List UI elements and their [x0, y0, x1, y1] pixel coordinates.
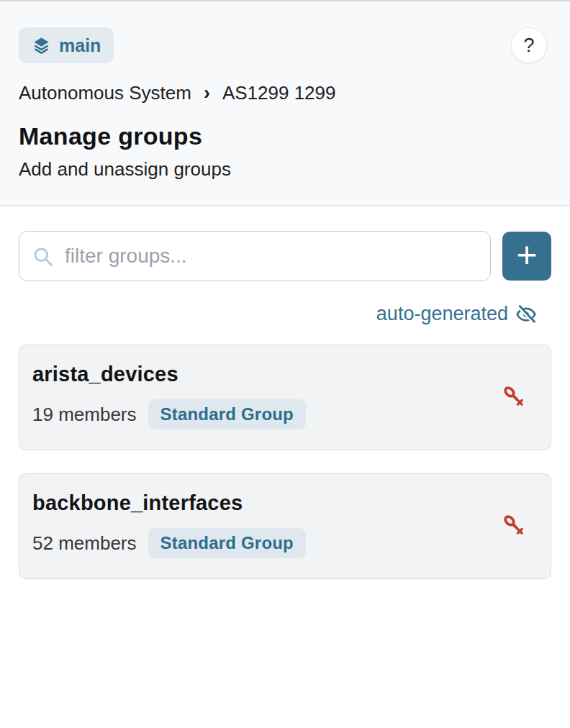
group-name: backbone_interfaces — [32, 491, 306, 515]
group-meta: 19 members Standard Group — [32, 399, 306, 429]
group-card: arista_devices 19 members Standard Group — [19, 345, 551, 450]
group-card: backbone_interfaces 52 members Standard … — [19, 473, 551, 579]
page-content: + auto-generated arista_device — [0, 231, 570, 579]
page-title: Manage groups — [19, 122, 551, 150]
unassign-group-button[interactable] — [499, 511, 528, 539]
groups-toolbar: + — [19, 231, 551, 281]
help-button[interactable]: ? — [511, 27, 547, 63]
magnifier-icon — [32, 245, 54, 268]
branch-badge[interactable]: main — [19, 27, 114, 63]
header-top-row: main ? — [19, 27, 551, 63]
breadcrumb-parent-link[interactable]: Autonomous System — [19, 82, 191, 104]
unassign-group-button[interactable] — [499, 382, 528, 410]
group-list: arista_devices 19 members Standard Group — [19, 345, 551, 579]
group-member-count: 52 members — [32, 532, 137, 555]
chevron-right-icon: › — [204, 83, 210, 103]
filter-input-wrapper — [19, 231, 491, 281]
branch-name-label: main — [59, 35, 101, 56]
filter-groups-input[interactable] — [63, 244, 479, 268]
auto-generated-toggle[interactable]: auto-generated — [376, 303, 537, 325]
eye-off-icon — [515, 304, 537, 325]
page-header: main ? Autonomous System › AS1299 1299 M… — [0, 1, 570, 206]
breadcrumb: Autonomous System › AS1299 1299 — [19, 82, 551, 104]
layers-icon — [32, 36, 51, 55]
unlink-x-icon — [502, 385, 525, 407]
unlink-x-icon — [502, 514, 525, 536]
page-subtitle: Add and unassign groups — [19, 158, 551, 181]
group-card-body: arista_devices 19 members Standard Group — [32, 363, 306, 429]
group-meta: 52 members Standard Group — [32, 528, 306, 558]
add-group-button[interactable]: + — [502, 232, 551, 281]
group-type-badge: Standard Group — [148, 399, 306, 429]
auto-generated-label: auto-generated — [376, 303, 508, 325]
plus-icon: + — [516, 237, 537, 273]
group-name: arista_devices — [32, 363, 306, 386]
breadcrumb-current: AS1299 1299 — [222, 82, 336, 104]
group-card-body: backbone_interfaces 52 members Standard … — [32, 491, 306, 558]
auto-generated-row: auto-generated — [19, 303, 551, 325]
group-member-count: 19 members — [32, 404, 137, 426]
group-type-badge: Standard Group — [148, 528, 306, 558]
manage-groups-page: main ? Autonomous System › AS1299 1299 M… — [0, 1, 570, 579]
